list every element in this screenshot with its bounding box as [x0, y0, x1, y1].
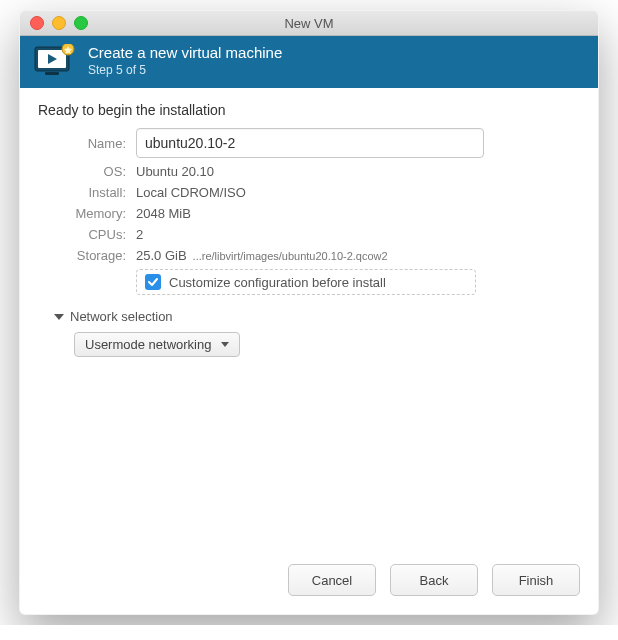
- customize-option[interactable]: Customize configuration before install: [136, 269, 476, 295]
- close-icon[interactable]: [30, 16, 44, 30]
- value-cpus: 2: [136, 227, 484, 242]
- window-controls: [30, 16, 88, 30]
- network-dropdown[interactable]: Usermode networking: [74, 332, 240, 357]
- window: New VM Create a new virtual machine Step…: [19, 10, 599, 615]
- name-input[interactable]: [136, 128, 484, 158]
- wizard-header: Create a new virtual machine Step 5 of 5: [20, 36, 598, 88]
- network-dropdown-value: Usermode networking: [85, 337, 211, 352]
- cancel-button-label: Cancel: [312, 573, 352, 588]
- wizard-body: Ready to begin the installation Name: OS…: [20, 88, 598, 548]
- finish-button-label: Finish: [519, 573, 554, 588]
- value-install: Local CDROM/ISO: [136, 185, 484, 200]
- value-memory: 2048 MiB: [136, 206, 484, 221]
- label-storage: Storage:: [48, 248, 126, 263]
- cancel-button[interactable]: Cancel: [288, 564, 376, 596]
- svg-rect-3: [45, 72, 59, 75]
- value-os: Ubuntu 20.10: [136, 164, 484, 179]
- network-expander[interactable]: Network selection: [54, 309, 580, 324]
- zoom-icon[interactable]: [74, 16, 88, 30]
- titlebar: New VM: [20, 11, 598, 36]
- finish-button[interactable]: Finish: [492, 564, 580, 596]
- checkbox-checked-icon[interactable]: [145, 274, 161, 290]
- wizard-step: Step 5 of 5: [88, 63, 282, 78]
- customize-label: Customize configuration before install: [169, 275, 386, 290]
- label-memory: Memory:: [48, 206, 126, 221]
- value-storage-size: 25.0 GiB: [136, 248, 187, 263]
- label-name: Name:: [48, 136, 126, 151]
- wizard-footer: Cancel Back Finish: [20, 548, 598, 614]
- network-header-label: Network selection: [70, 309, 173, 324]
- minimize-icon[interactable]: [52, 16, 66, 30]
- intro-text: Ready to begin the installation: [38, 102, 580, 118]
- chevron-down-icon: [54, 314, 64, 320]
- label-cpus: CPUs:: [48, 227, 126, 242]
- window-title: New VM: [20, 16, 598, 31]
- value-storage-path: ...re/libvirt/images/ubuntu20.10-2.qcow2: [193, 250, 388, 262]
- page-title: Create a new virtual machine: [88, 44, 282, 63]
- label-os: OS:: [48, 164, 126, 179]
- label-install: Install:: [48, 185, 126, 200]
- back-button[interactable]: Back: [390, 564, 478, 596]
- chevron-down-icon: [221, 342, 229, 347]
- vm-icon: [32, 44, 76, 78]
- back-button-label: Back: [420, 573, 449, 588]
